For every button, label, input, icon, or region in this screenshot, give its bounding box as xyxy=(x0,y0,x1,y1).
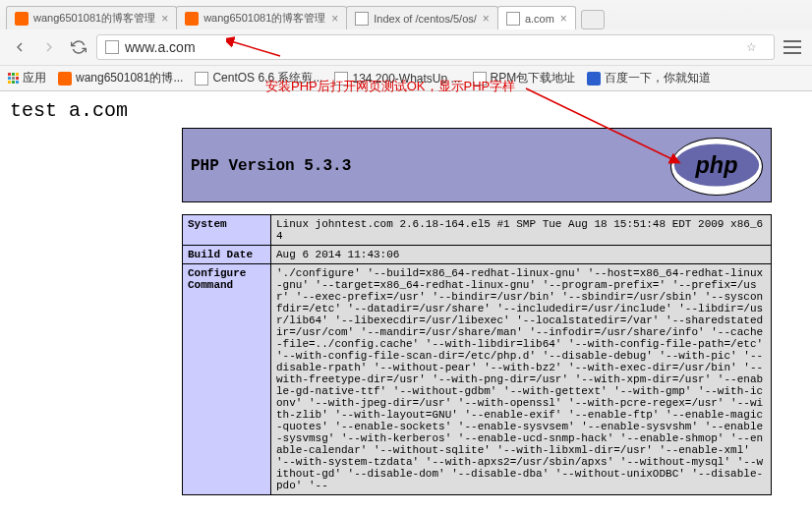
info-key: System xyxy=(183,215,271,246)
back-button[interactable] xyxy=(8,35,31,59)
close-icon[interactable]: × xyxy=(331,12,338,26)
url-input[interactable] xyxy=(125,39,746,55)
favicon-icon xyxy=(185,12,199,26)
bookmark-icon xyxy=(587,72,601,86)
info-key: Configure Command xyxy=(183,264,271,495)
bookmark-icon xyxy=(58,72,72,86)
phpinfo-panel: PHP Version 5.3.3 php System Linux johnt… xyxy=(182,128,772,495)
tab-title: wang6501081的博客管理 xyxy=(203,11,325,26)
close-icon[interactable]: × xyxy=(161,12,168,26)
menu-button[interactable] xyxy=(781,35,804,59)
tab-title: wang6501081的博客管理 xyxy=(33,11,155,26)
php-logo: php xyxy=(670,138,763,196)
phpinfo-table: System Linux johntest.com 2.6.18-164.el5… xyxy=(182,214,772,495)
table-row: System Linux johntest.com 2.6.18-164.el5… xyxy=(183,215,772,246)
tab-0[interactable]: wang6501081的博客管理 × xyxy=(6,6,177,29)
tab-1[interactable]: wang6501081的博客管理 × xyxy=(176,6,347,29)
apps-button[interactable]: 应用 xyxy=(8,70,46,86)
apps-icon xyxy=(8,73,19,84)
bookmark-item[interactable]: wang6501081的博... xyxy=(58,70,183,86)
reload-button[interactable] xyxy=(67,35,90,59)
favicon-icon xyxy=(506,12,520,26)
tab-2[interactable]: Index of /centos/5/os/ × xyxy=(346,6,498,29)
info-key: Build Date xyxy=(183,246,271,264)
apps-label: 应用 xyxy=(23,70,46,86)
tab-title: a.com xyxy=(525,13,554,25)
site-icon xyxy=(105,40,119,54)
bookmark-star-icon[interactable]: ☆ xyxy=(746,40,766,54)
bookmark-label: wang6501081的博... xyxy=(76,70,183,86)
info-val: Linux johntest.com 2.6.18-164.el5 #1 SMP… xyxy=(271,215,772,246)
table-row: Configure Command './configure' '--build… xyxy=(183,264,772,495)
table-row: Build Date Aug 6 2014 11:43:06 xyxy=(183,246,772,264)
tab-3[interactable]: a.com × xyxy=(497,6,576,29)
info-val: Aug 6 2014 11:43:06 xyxy=(271,246,772,264)
php-version-text: PHP Version 5.3.3 xyxy=(191,157,351,175)
close-icon[interactable]: × xyxy=(560,12,567,26)
forward-button[interactable] xyxy=(37,35,61,59)
nav-bar: ☆ xyxy=(0,29,812,65)
bookmark-label: 百度一下，你就知道 xyxy=(605,70,711,86)
favicon-icon xyxy=(355,12,369,26)
page-heading: test a.com xyxy=(10,99,802,122)
svg-text:php: php xyxy=(695,152,738,178)
new-tab-button[interactable] xyxy=(581,10,605,29)
address-bar[interactable]: ☆ xyxy=(96,34,775,60)
bookmark-item[interactable]: 百度一下，你就知道 xyxy=(587,70,711,86)
info-val: './configure' '--build=x86_64-redhat-lin… xyxy=(271,264,772,495)
close-icon[interactable]: × xyxy=(483,12,490,26)
page-content: test a.com 安装PHP后打开网页测试OK，显示PHP字样 PHP Ve… xyxy=(0,91,812,503)
php-header: PHP Version 5.3.3 php xyxy=(182,128,772,202)
bookmark-icon xyxy=(195,72,208,86)
annotation-text: 安装PHP后打开网页测试OK，显示PHP字样 xyxy=(265,78,515,95)
tab-bar: wang6501081的博客管理 × wang6501081的博客管理 × In… xyxy=(0,0,812,29)
favicon-icon xyxy=(15,12,29,26)
tab-title: Index of /centos/5/os/ xyxy=(374,13,477,25)
